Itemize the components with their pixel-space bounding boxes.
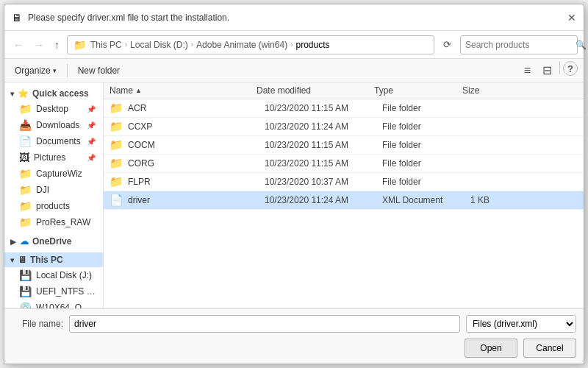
sidebar-item-w10-label: W10X64_OFF19_EI <box>36 302 96 308</box>
sidebar-item-prores[interactable]: 📁 ProRes_RAW <box>4 214 103 230</box>
title-bar-left: 🖥 Please specify driver.xml file to star… <box>12 12 229 24</box>
toolbar-right: ≡ ⊟ ? <box>520 61 578 79</box>
organize-button[interactable]: Organize ▾ <box>10 63 61 78</box>
uefi-drive-icon: 💾 <box>19 286 32 297</box>
col-size-header[interactable]: Size <box>462 85 506 96</box>
search-input[interactable] <box>465 40 576 50</box>
filename-label: File name: <box>12 319 63 329</box>
folder-icon-ccxp: 📁 <box>110 120 123 133</box>
downloads-folder-icon: 📥 <box>19 119 32 131</box>
quickaccess-label: Quick access <box>32 88 89 99</box>
sidebar-item-desktop[interactable]: 📁 Desktop 📌 <box>4 101 103 117</box>
sidebar-quickaccess-header[interactable]: ▾ ⭐ Quick access <box>4 86 103 101</box>
col-name-sort-icon: ▲ <box>135 87 142 94</box>
file-name-corg: CORG <box>128 158 265 169</box>
table-row[interactable]: 📁 COCM 10/23/2020 11:15 AM File folder <box>104 136 584 155</box>
table-row[interactable]: 📁 CORG 10/23/2020 11:15 AM File folder <box>104 155 584 173</box>
sidebar-item-documents[interactable]: 📄 Documents 📌 <box>4 133 103 149</box>
file-date-acr: 10/23/2020 11:15 AM <box>265 103 382 113</box>
search-box: 🔍 <box>460 35 578 54</box>
sidebar-item-w10[interactable]: 💿 W10X64_OFF19_EI <box>4 300 103 308</box>
cancel-button[interactable]: Cancel <box>523 339 576 358</box>
col-type-header[interactable]: Type <box>374 85 462 96</box>
breadcrumb[interactable]: 📁 This PC › Local Disk (D:) › Adobe Anim… <box>67 35 434 54</box>
sidebar-item-downloads[interactable]: 📥 Downloads 📌 <box>4 117 103 133</box>
file-name-driver: driver <box>128 195 265 205</box>
up-button[interactable]: ↑ <box>51 38 62 52</box>
file-type-driver: XML Document <box>382 195 470 205</box>
sidebar-item-products[interactable]: 📁 products <box>4 198 103 214</box>
dji-folder-icon: 📁 <box>19 184 32 196</box>
sidebar-item-desktop-label: Desktop <box>36 104 68 114</box>
view-detail-button[interactable]: ⊟ <box>538 61 556 79</box>
forward-button[interactable]: → <box>31 38 47 52</box>
file-list-header: Name ▲ Date modified Type Size <box>104 82 584 99</box>
file-type-acr: File folder <box>382 103 470 113</box>
file-name-ccxp: CCXP <box>128 121 265 132</box>
toolbar: Organize ▾ New folder ≡ ⊟ ? <box>4 59 584 82</box>
desktop-pin-icon: 📌 <box>87 105 96 113</box>
xml-file-icon: 📄 <box>110 194 123 207</box>
sidebar-item-pictures[interactable]: 🖼 Pictures 📌 <box>4 149 103 166</box>
open-button[interactable]: Open <box>465 339 517 358</box>
file-name-cocm: COCM <box>128 140 265 150</box>
onedrive-icon: ☁ <box>20 236 29 247</box>
col-name-header[interactable]: Name ▲ <box>110 85 257 96</box>
folder-icon-flpr: 📁 <box>110 175 123 188</box>
thispc-arrow-icon: ▾ <box>10 256 14 264</box>
table-row[interactable]: 📄 driver 10/23/2020 11:24 AM XML Documen… <box>104 191 584 210</box>
thispc-icon: 🖥 <box>18 255 26 265</box>
table-row[interactable]: 📁 CCXP 10/23/2020 11:24 AM File folder <box>104 118 584 136</box>
file-type-cocm: File folder <box>382 140 470 150</box>
w10-drive-icon: 💿 <box>19 302 32 308</box>
file-dialog: 🖥 Please specify driver.xml file to star… <box>4 4 584 364</box>
prores-folder-icon: 📁 <box>19 216 32 228</box>
downloads-pin-icon: 📌 <box>87 121 96 130</box>
refresh-button[interactable]: ⟳ <box>439 37 456 52</box>
folder-icon-cocm: 📁 <box>110 138 123 152</box>
breadcrumb-localdisk: Local Disk (D:) <box>130 40 188 50</box>
sidebar-item-dji-label: DJI <box>36 185 49 195</box>
capturewiz-folder-icon: 📁 <box>19 168 32 180</box>
file-size-driver: 1 KB <box>470 195 514 205</box>
col-date-label: Date modified <box>257 85 311 96</box>
file-name-acr: ACR <box>128 103 265 113</box>
desktop-folder-icon: 📁 <box>19 103 32 115</box>
filetype-select[interactable]: Files (driver.xml) All Files (*.*) <box>466 315 576 333</box>
col-date-header[interactable]: Date modified <box>257 85 374 96</box>
main-content: ▾ ⭐ Quick access 📁 Desktop 📌 📥 Downloads… <box>4 82 584 308</box>
col-name-label: Name <box>110 85 133 96</box>
col-size-label: Size <box>462 85 479 96</box>
sidebar-item-downloads-label: Downloads <box>36 120 79 130</box>
dialog-title: Please specify driver.xml file to start … <box>28 13 229 23</box>
help-button[interactable]: ? <box>563 61 578 76</box>
sidebar-onedrive: ▶ ☁ OneDrive <box>4 234 103 249</box>
sidebar-onedrive-header[interactable]: ▶ ☁ OneDrive <box>4 234 103 249</box>
documents-folder-icon: 📄 <box>19 135 32 147</box>
view-list-button[interactable]: ≡ <box>520 61 535 79</box>
sidebar-item-localj-label: Local Disk (J:) <box>36 270 92 280</box>
table-row[interactable]: 📁 FLPR 10/23/2020 10:37 AM File folder <box>104 173 584 191</box>
back-button[interactable]: ← <box>10 38 26 52</box>
sidebar-item-dji[interactable]: 📁 DJI <box>4 182 103 198</box>
sidebar-thispc-header[interactable]: ▾ 🖥 This PC <box>4 252 103 267</box>
close-button[interactable]: ✕ <box>567 12 576 24</box>
onedrive-label: OneDrive <box>32 236 71 247</box>
sidebar-item-documents-label: Documents <box>36 136 81 146</box>
sidebar-item-capturewiz[interactable]: 📁 CaptureWiz <box>4 166 103 182</box>
breadcrumb-products: products <box>295 40 329 50</box>
sidebar-item-uefi[interactable]: 💾 UEFI_NTFS (L:) <box>4 283 103 300</box>
new-folder-button[interactable]: New folder <box>74 63 124 78</box>
products-folder-icon: 📁 <box>19 200 32 212</box>
sidebar-item-localj[interactable]: 💾 Local Disk (J:) <box>4 267 103 283</box>
filename-input[interactable] <box>69 315 460 333</box>
table-row[interactable]: 📁 ACR 10/23/2020 11:15 AM File folder <box>104 99 584 118</box>
sidebar-item-prores-label: ProRes_RAW <box>36 217 90 227</box>
sidebar: ▾ ⭐ Quick access 📁 Desktop 📌 📥 Downloads… <box>4 82 104 308</box>
address-bar: ← → ↑ 📁 This PC › Local Disk (D:) › Adob… <box>4 31 584 59</box>
folder-icon: 📁 <box>74 39 86 51</box>
file-type-flpr: File folder <box>382 177 470 187</box>
file-date-flpr: 10/23/2020 10:37 AM <box>265 177 382 187</box>
file-date-driver: 10/23/2020 11:24 AM <box>265 195 382 205</box>
file-type-ccxp: File folder <box>382 121 470 132</box>
